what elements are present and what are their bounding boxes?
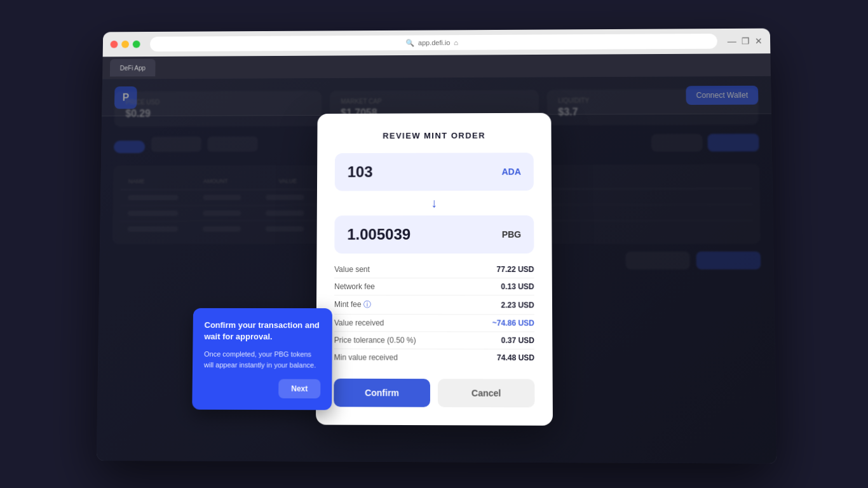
- fee-label-received: Value received: [334, 318, 384, 327]
- input-amount: 103: [348, 163, 373, 181]
- fee-label-tolerance: Price tolerance (0.50 %): [334, 336, 416, 344]
- input-token-box: 103 ADA: [335, 152, 534, 191]
- tab-label: DeFi App: [120, 64, 146, 71]
- title-bar: 🔍 app.defi.io ⌂ — ❐ ✕: [103, 29, 771, 57]
- confirm-button[interactable]: Confirm: [334, 379, 430, 407]
- close-icon[interactable]: ✕: [755, 36, 763, 46]
- output-token-symbol: PBG: [502, 229, 521, 240]
- tooltip-body: Once completed, your PBG tokens will app…: [204, 349, 321, 370]
- fee-value-value-sent: 77.22 USD: [497, 265, 534, 274]
- fee-value-received: ~74.86 USD: [492, 318, 534, 327]
- input-token-symbol: ADA: [501, 166, 520, 177]
- fee-label-network: Network fee: [334, 282, 375, 291]
- tooltip-popup: Confirm your transaction and wait for ap…: [192, 308, 332, 410]
- tooltip-next-button[interactable]: Next: [278, 379, 320, 398]
- fee-table: Value sent 77.22 USD Network fee 0.13 US…: [334, 261, 535, 366]
- active-tab[interactable]: DeFi App: [110, 59, 156, 77]
- modal-actions: Confirm Cancel: [334, 379, 534, 407]
- home-icon: ⌂: [454, 39, 458, 46]
- address-bar[interactable]: 🔍 app.defi.io ⌂: [150, 34, 717, 51]
- fee-label-mint: Mint fee ⓘ: [334, 299, 371, 310]
- tooltip-title: Confirm your transaction and wait for ap…: [204, 320, 321, 343]
- dot-close[interactable]: [111, 41, 118, 48]
- window-dots: [111, 41, 140, 48]
- tab-bar: DeFi App: [102, 53, 771, 79]
- swap-arrow-icon: ↓: [335, 196, 534, 210]
- modal-title: REVIEW MINT ORDER: [335, 131, 533, 141]
- fee-label-value-sent: Value sent: [334, 265, 370, 274]
- address-text: app.defi.io: [418, 39, 450, 46]
- dot-maximize[interactable]: [133, 41, 140, 48]
- window-controls: — ❐ ✕: [728, 36, 763, 46]
- fee-row-value-sent: Value sent 77.22 USD: [334, 261, 534, 278]
- fee-row-network: Network fee 0.13 USD: [334, 278, 534, 295]
- fee-label-min-received: Min value received: [334, 353, 398, 362]
- fee-value-network: 0.13 USD: [501, 282, 534, 291]
- output-token-box: 1.005039 PBG: [334, 215, 534, 254]
- fee-row-mint: Mint fee ⓘ 2.23 USD: [334, 295, 534, 315]
- restore-icon[interactable]: ❐: [742, 36, 750, 46]
- search-icon: 🔍: [405, 39, 414, 47]
- fee-row-received: Value received ~74.86 USD: [334, 315, 534, 332]
- review-mint-modal: REVIEW MINT ORDER 103 ADA ↓ 1.005039 PBG: [316, 113, 553, 426]
- browser-content: DeFi App P Connect Wallet PRICE USD $0.2…: [97, 53, 776, 463]
- fee-value-min-received: 74.48 USD: [497, 353, 534, 362]
- fee-row-min-received: Min value received 74.48 USD: [334, 349, 535, 366]
- modal-overlay: Confirm your transaction and wait for ap…: [97, 76, 776, 464]
- browser-window: 🔍 app.defi.io ⌂ — ❐ ✕ DeFi App P Connect…: [97, 29, 776, 464]
- app-background: P Connect Wallet PRICE USD $0.29 MARKET …: [97, 76, 776, 464]
- cancel-button[interactable]: Cancel: [438, 379, 534, 407]
- fee-row-tolerance: Price tolerance (0.50 %) 0.37 USD: [334, 332, 534, 349]
- fee-value-tolerance: 0.37 USD: [501, 336, 535, 345]
- output-amount: 1.005039: [347, 226, 410, 243]
- fee-value-mint: 2.23 USD: [501, 301, 534, 309]
- dot-minimize[interactable]: [121, 41, 129, 48]
- minimize-icon[interactable]: —: [728, 36, 736, 46]
